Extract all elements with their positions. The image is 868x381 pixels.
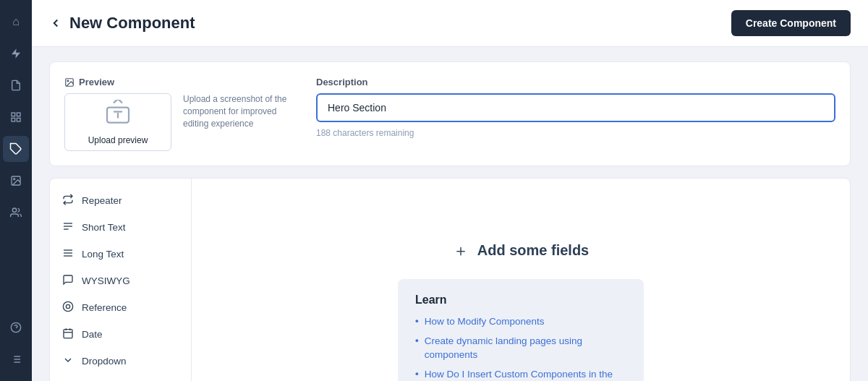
add-fields-section: ＋ Add some fields bbox=[453, 240, 589, 262]
char-count: 188 characters remaining bbox=[316, 128, 835, 138]
puzzle-icon[interactable] bbox=[3, 136, 29, 162]
wysiwyg-item[interactable]: WYSIWYG bbox=[50, 267, 191, 294]
upload-label: Upload preview bbox=[88, 135, 148, 145]
home-icon[interactable]: ⌂ bbox=[3, 9, 29, 35]
svg-rect-28 bbox=[64, 330, 72, 338]
add-fields-label: Add some fields bbox=[477, 242, 589, 259]
repeater-item[interactable]: Repeater bbox=[50, 187, 191, 214]
description-label: Description bbox=[316, 77, 835, 87]
preview-icon bbox=[64, 77, 75, 87]
description-section: Description 188 characters remaining bbox=[316, 77, 835, 151]
svg-point-7 bbox=[12, 208, 16, 212]
preview-row: Upload preview Upload a screenshot of th… bbox=[64, 93, 299, 151]
svg-point-26 bbox=[63, 301, 72, 311]
list-item: How to Modify Components bbox=[415, 315, 626, 329]
preview-label: Preview bbox=[64, 77, 299, 87]
svg-rect-2 bbox=[12, 118, 15, 121]
grid-icon[interactable] bbox=[3, 104, 29, 130]
question-icon[interactable] bbox=[3, 314, 29, 341]
preview-section: Preview Upload preview bbox=[64, 77, 299, 151]
dropdown-icon bbox=[61, 354, 75, 368]
short-text-item[interactable]: Short Text bbox=[50, 214, 191, 241]
learn-title: Learn bbox=[415, 294, 626, 307]
svg-point-27 bbox=[66, 304, 69, 308]
description-input[interactable] bbox=[316, 93, 835, 122]
repeater-icon bbox=[61, 194, 75, 207]
long-text-item[interactable]: Long Text bbox=[50, 241, 191, 267]
long-text-icon bbox=[61, 247, 75, 261]
bolt-icon[interactable] bbox=[3, 40, 29, 67]
document-icon[interactable] bbox=[3, 72, 29, 98]
list-item: Create dynamic landing pages using compo… bbox=[415, 335, 626, 362]
list-icon[interactable] bbox=[3, 346, 29, 372]
svg-rect-1 bbox=[17, 113, 20, 116]
bottom-section: Repeater Short Text Long Text bbox=[49, 178, 851, 381]
modify-link[interactable]: How to Modify Components bbox=[425, 315, 545, 329]
back-button[interactable] bbox=[49, 17, 62, 30]
content-area: Preview Upload preview bbox=[32, 47, 868, 381]
svg-point-17 bbox=[67, 80, 69, 82]
header-left: New Component bbox=[49, 14, 195, 33]
image-icon[interactable] bbox=[3, 168, 29, 194]
wysiwyg-icon bbox=[61, 274, 75, 288]
learn-box: Learn How to Modify Components Create dy… bbox=[398, 279, 644, 381]
svg-point-6 bbox=[14, 179, 15, 180]
svg-rect-3 bbox=[17, 118, 20, 121]
page-title: New Component bbox=[69, 14, 195, 33]
date-item[interactable]: Date bbox=[50, 321, 191, 348]
dropdown-item[interactable]: Dropdown bbox=[50, 348, 191, 374]
header: New Component Create Component bbox=[32, 0, 868, 47]
date-icon bbox=[61, 328, 75, 341]
main-content-panel: ＋ Add some fields Learn How to Modify Co… bbox=[192, 179, 850, 381]
upload-preview-button[interactable]: Upload preview bbox=[64, 93, 171, 151]
media-item[interactable]: Media bbox=[50, 374, 191, 381]
landing-link[interactable]: Create dynamic landing pages using compo… bbox=[425, 335, 626, 362]
reference-item[interactable]: Reference bbox=[50, 294, 191, 321]
field-types-panel: Repeater Short Text Long Text bbox=[50, 179, 192, 381]
add-plus-icon: ＋ bbox=[453, 240, 469, 262]
create-component-button[interactable]: Create Component bbox=[731, 10, 851, 36]
users-icon[interactable] bbox=[3, 200, 29, 226]
svg-rect-0 bbox=[12, 113, 15, 116]
reference-icon bbox=[61, 301, 75, 314]
list-item: How Do I Insert Custom Components in the… bbox=[415, 368, 626, 382]
upload-hint: Upload a screenshot of the component for… bbox=[183, 93, 299, 129]
upload-icon bbox=[105, 100, 131, 131]
short-text-icon bbox=[61, 221, 75, 234]
wysiwyg-link[interactable]: How Do I Insert Custom Components in the… bbox=[425, 368, 626, 382]
main-wrapper: New Component Create Component Preview bbox=[32, 0, 868, 381]
sidebar: ⌂ bbox=[0, 0, 32, 381]
learn-list: How to Modify Components Create dynamic … bbox=[415, 315, 626, 381]
top-section: Preview Upload preview bbox=[49, 61, 851, 166]
